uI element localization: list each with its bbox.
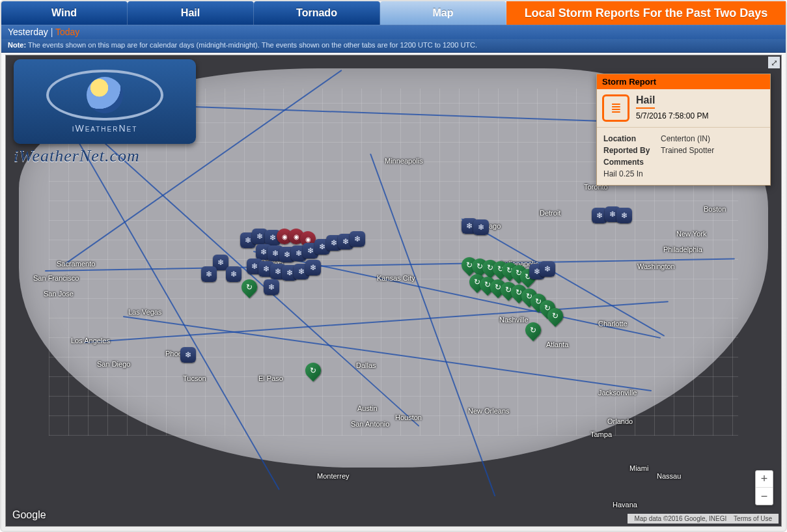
attrib-data: Map data ©2016 Google, INEGI: [634, 515, 726, 522]
hail-marker[interactable]: [540, 261, 555, 277]
hail-marker[interactable]: [305, 260, 321, 275]
hail-marker[interactable]: [264, 279, 279, 295]
popup-location: Centerton (IN): [661, 134, 710, 143]
road: [123, 316, 652, 391]
tab-wind[interactable]: Wind: [1, 1, 128, 25]
tab-tornado[interactable]: Tornado: [254, 1, 380, 25]
hail-marker[interactable]: [201, 266, 217, 282]
map-attribution: Map data ©2016 Google, INEGI Terms of Us…: [628, 514, 779, 524]
logo-brand-text: iWeatherNet: [72, 123, 138, 133]
map-canvas[interactable]: VancouverSeattlePortlandSacramentoSan Fr…: [5, 55, 782, 527]
app-frame: Wind Hail Tornado Map Local Storm Report…: [0, 0, 787, 532]
banner-title: Local Storm Reports For the Past Two Day…: [506, 1, 786, 25]
note-bar: Note: The events shown on this map are f…: [1, 39, 786, 53]
report-type-icon: ≣: [602, 94, 629, 122]
popup-reported-label: Reported By: [603, 146, 661, 155]
popup-type: Hail: [636, 94, 655, 109]
attrib-terms[interactable]: Terms of Use: [734, 515, 772, 522]
zoom-out-button[interactable]: −: [756, 488, 773, 505]
road: [370, 154, 495, 497]
filter-sep: |: [51, 27, 53, 37]
hail-marker[interactable]: [616, 208, 632, 223]
hail-marker[interactable]: [350, 231, 365, 247]
brand-logo: iWeatherNet iWeatherNet.com: [14, 59, 196, 166]
logo-eye-icon: [46, 70, 163, 120]
zoom-control: + −: [755, 470, 773, 505]
zoom-in-button[interactable]: +: [756, 471, 773, 488]
google-logo: Google: [12, 509, 46, 521]
filter-today[interactable]: Today: [55, 27, 79, 37]
hail-marker[interactable]: [180, 347, 196, 363]
hail-marker[interactable]: [226, 266, 242, 282]
note-text: The events shown on this map are for cal…: [28, 41, 477, 49]
hail-marker[interactable]: [473, 219, 489, 235]
popup-comments-label: Comments: [603, 158, 764, 167]
note-label: Note:: [8, 41, 26, 49]
logo-url-text: iWeatherNet.com: [14, 147, 196, 166]
popup-header: Storm Report: [597, 74, 770, 89]
day-filter-bar: Yesterday | Today: [1, 25, 786, 39]
tab-bar: Wind Hail Tornado Map Local Storm Report…: [1, 1, 786, 25]
logo-badge: iWeatherNet: [14, 59, 196, 144]
tab-map[interactable]: Map: [380, 1, 506, 25]
tab-hail[interactable]: Hail: [128, 1, 254, 25]
filter-yesterday[interactable]: Yesterday: [8, 27, 48, 37]
storm-report-popup: Storm Report ≣ Hail 5/7/2016 7:58:00 PM …: [596, 74, 771, 186]
popup-reported: Trained Spotter: [661, 146, 714, 155]
fullscreen-button[interactable]: ⤢: [768, 57, 780, 68]
popup-location-label: Location: [603, 134, 661, 143]
popup-comments: Hail 0.25 In: [603, 169, 764, 178]
popup-timestamp: 5/7/2016 7:58:00 PM: [636, 111, 708, 120]
